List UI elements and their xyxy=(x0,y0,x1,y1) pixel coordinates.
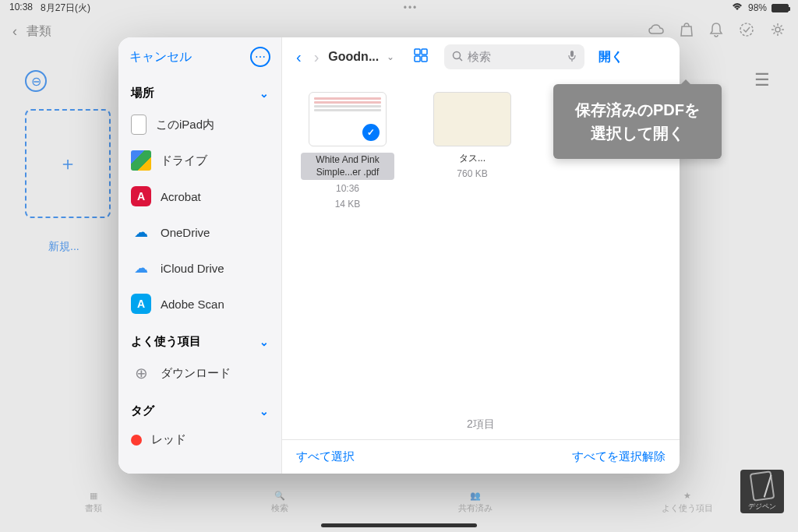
select-all-button[interactable]: すべて選択 xyxy=(296,449,355,464)
watermark: デジペン xyxy=(740,470,784,513)
chevron-down-icon: ⌄ xyxy=(260,405,269,417)
svg-point-6 xyxy=(454,51,461,58)
nav-back-button[interactable]: ‹ xyxy=(293,48,305,66)
bottom-tab-bar: ▦ 書類 🔍 検索 👥 共有済み ★ よく使う項目 xyxy=(0,487,798,518)
nav-forward-button[interactable]: › xyxy=(311,48,323,66)
status-bar: 10:38 8月27日(火) ••• 98% xyxy=(0,0,798,16)
multitask-dots[interactable]: ••• xyxy=(404,2,418,13)
search-tab-icon: 🔍 xyxy=(274,491,285,501)
ipad-icon xyxy=(131,115,147,135)
header-back-title[interactable]: 書類 xyxy=(26,23,51,40)
icloud-icon: ☁ xyxy=(131,258,151,278)
svg-rect-3 xyxy=(422,49,427,55)
file-item[interactable]: タス... 760 KB xyxy=(425,92,519,180)
star-icon: ★ xyxy=(683,491,691,501)
home-indicator[interactable] xyxy=(321,523,477,527)
chevron-down-icon: ⌄ xyxy=(260,87,269,100)
tags-header[interactable]: タグ ⌄ xyxy=(118,397,281,425)
tab-shared[interactable]: 👥 共有済み xyxy=(458,491,493,514)
tab-favorites[interactable]: ★ よく使う項目 xyxy=(662,491,713,514)
adobe-scan-icon: A xyxy=(131,294,151,314)
gear-icon[interactable] xyxy=(770,22,786,41)
svg-rect-8 xyxy=(570,51,574,57)
cloud-icon[interactable] xyxy=(648,23,664,39)
shared-icon: 👥 xyxy=(470,491,481,501)
cancel-button[interactable]: キャンセル xyxy=(129,49,192,65)
locations-header[interactable]: 場所 ⌄ xyxy=(118,79,281,107)
toggle-circle-icon[interactable]: ⊖ xyxy=(25,70,47,92)
svg-rect-4 xyxy=(415,56,420,62)
sidebar-item-acrobat[interactable]: A Acrobat xyxy=(118,178,281,214)
status-date: 8月27日(火) xyxy=(41,2,90,15)
file-name: タス... xyxy=(425,153,519,165)
sidebar-item-drive[interactable]: ドライブ xyxy=(118,143,281,178)
bag-icon[interactable] xyxy=(680,22,694,41)
tab-shelf[interactable]: ▦ 書類 xyxy=(85,491,102,514)
file-size: 14 KB xyxy=(301,199,394,211)
sidebar-item-onedrive[interactable]: ☁ OneDrive xyxy=(118,214,281,250)
search-icon xyxy=(452,51,463,64)
bell-icon[interactable] xyxy=(709,22,723,41)
list-view-icon[interactable]: ☰ xyxy=(754,70,770,90)
search-input[interactable]: 検索 xyxy=(444,44,584,69)
main-footer: すべて選択 すべてを選択解除 xyxy=(282,439,680,474)
battery-percent: 98% xyxy=(748,2,767,13)
svg-rect-5 xyxy=(422,56,427,62)
svg-point-1 xyxy=(775,27,780,32)
file-time: 10:36 xyxy=(301,183,394,196)
mic-icon[interactable] xyxy=(567,50,577,65)
item-count: 2項目 xyxy=(282,410,680,439)
onedrive-icon: ☁ xyxy=(131,222,151,242)
check-circle-icon[interactable] xyxy=(739,22,754,41)
breadcrumb-chevron-icon[interactable]: ⌄ xyxy=(387,51,394,62)
sidebar-header: キャンセル ⋯ xyxy=(118,37,281,76)
sidebar-item-adobescan[interactable]: A Adobe Scan xyxy=(118,286,281,322)
svg-rect-2 xyxy=(415,49,420,55)
new-label[interactable]: 新規... xyxy=(48,240,79,254)
favorites-header[interactable]: よく使う項目 ⌄ xyxy=(118,328,281,355)
file-item[interactable]: White And Pink Simple...er .pdf 10:36 14… xyxy=(301,92,394,210)
plus-icon: ＋ xyxy=(58,151,77,176)
shelf-icon: ▦ xyxy=(90,491,97,501)
back-chevron-icon[interactable]: ‹ xyxy=(12,23,17,40)
status-time: 10:38 xyxy=(9,2,33,15)
deselect-all-button[interactable]: すべてを選択解除 xyxy=(572,449,666,464)
new-document-box[interactable]: ＋ xyxy=(25,109,111,218)
wifi-icon xyxy=(731,2,743,14)
grid-view-button[interactable] xyxy=(413,48,429,67)
file-thumbnail xyxy=(433,92,511,146)
file-name: White And Pink Simple...er .pdf xyxy=(301,153,394,180)
download-icon: ⊕ xyxy=(131,363,151,383)
red-tag-icon xyxy=(131,435,142,446)
file-size: 760 KB xyxy=(425,168,519,181)
svg-point-0 xyxy=(740,23,753,36)
instruction-callout: 保存済みのPDFを 選択して開く xyxy=(553,84,722,159)
more-options-button[interactable]: ⋯ xyxy=(250,47,270,67)
svg-line-7 xyxy=(460,58,463,61)
google-drive-icon xyxy=(131,150,151,171)
chevron-down-icon: ⌄ xyxy=(260,336,269,348)
main-header: ‹ › Goodn... ⌄ 検索 開く xyxy=(282,37,680,76)
file-thumbnail xyxy=(309,92,387,146)
acrobat-icon: A xyxy=(131,186,151,206)
open-button[interactable]: 開く xyxy=(598,49,623,65)
sidebar-item-ipad[interactable]: このiPad内 xyxy=(118,107,281,143)
sidebar-item-downloads[interactable]: ⊕ ダウンロード xyxy=(118,355,281,391)
sidebar-item-tag-red[interactable]: レッド xyxy=(118,425,281,455)
sidebar: キャンセル ⋯ 場所 ⌄ このiPad内 ドライブ A Acrobat ☁ xyxy=(118,37,282,474)
battery-icon xyxy=(772,4,789,12)
watermark-ipad-icon xyxy=(750,470,775,502)
breadcrumb[interactable]: Goodn... xyxy=(328,50,379,64)
tab-search[interactable]: 🔍 検索 xyxy=(271,491,288,514)
sidebar-item-icloud[interactable]: ☁ iCloud Drive xyxy=(118,250,281,286)
